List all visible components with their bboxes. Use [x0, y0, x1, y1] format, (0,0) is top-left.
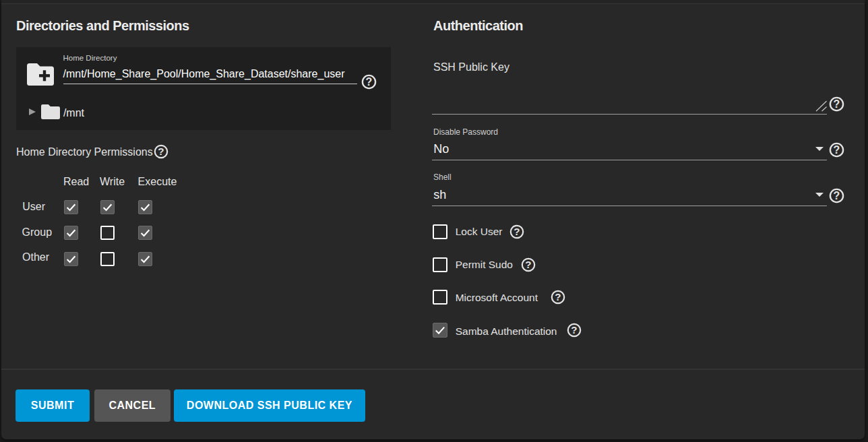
svg-text:?: ?	[834, 98, 840, 109]
svg-text:?: ?	[571, 324, 578, 336]
svg-text:?: ?	[514, 226, 520, 237]
svg-text:?: ?	[555, 291, 561, 303]
svg-text:?: ?	[366, 75, 373, 87]
svg-text:?: ?	[834, 189, 840, 201]
svg-text:?: ?	[526, 259, 532, 270]
svg-text:?: ?	[158, 146, 164, 157]
svg-text:?: ?	[834, 144, 840, 155]
